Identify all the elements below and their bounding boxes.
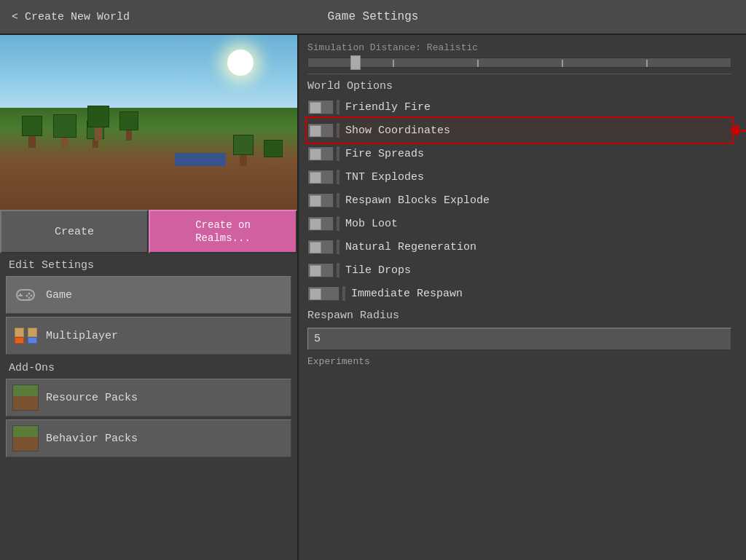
toggle-spacer-3: [337, 146, 339, 161]
arrow-indicator: [729, 124, 746, 137]
fire-spreads-row: Fire Spreads: [307, 142, 731, 165]
natural-regen-label: Natural Regeneration: [345, 241, 476, 253]
toggle-spacer-2: [337, 123, 339, 138]
multiplayer-label: Multiplayer: [46, 330, 118, 342]
natural-regeneration-row: Natural Regeneration: [307, 235, 731, 259]
create-button[interactable]: Create: [0, 210, 149, 253]
toggle-spacer-1: [337, 100, 339, 114]
create-buttons: Create Create on Realms...: [0, 210, 297, 253]
mob-loot-row: Mob Loot: [307, 212, 731, 235]
tnt-explodes-row: TNT Explodes: [307, 165, 731, 189]
left-panel: Create Create on Realms... Edit Settings: [0, 35, 299, 560]
show-coordinates-label: Show Coordinates: [345, 125, 450, 137]
respawn-blocks-explode-label: Respawn Blocks Explode: [345, 194, 490, 207]
show-coordinates-row: Show Coordinates: [307, 119, 731, 142]
sidebar-item-behavior-packs[interactable]: Behavior Packs: [6, 419, 291, 457]
sidebar-item-resource-packs[interactable]: Resource Packs: [6, 379, 291, 417]
fire-spreads-label: Fire Spreads: [345, 148, 424, 160]
slider-thumb[interactable]: [350, 55, 361, 70]
slider-notch-3: [562, 60, 563, 67]
controller-icon: [12, 282, 39, 308]
tile-drops-toggle[interactable]: [307, 263, 334, 277]
behavior-packs-icon: [12, 425, 39, 451]
slider-notch-2: [477, 60, 479, 67]
friendly-fire-row: Friendly Fire: [307, 95, 731, 119]
resource-packs-label: Resource Packs: [46, 392, 138, 404]
immediate-respawn-row: Immediate Respawn: [307, 282, 731, 305]
create-realms-button[interactable]: Create on Realms...: [149, 210, 297, 253]
resource-packs-icon: [12, 384, 39, 411]
experiments-label: Experiments: [307, 353, 731, 370]
partial-simulation-label: Simulation Distance: Realistic: [307, 41, 731, 55]
immediate-respawn-toggle[interactable]: [307, 286, 339, 301]
edit-settings-label: Edit Settings: [0, 253, 297, 275]
sky-bg: [0, 35, 297, 114]
svg-point-5: [26, 295, 28, 297]
tnt-explodes-toggle[interactable]: [307, 170, 334, 184]
arrow-line: [739, 130, 746, 132]
header: < Create New World Game Settings: [0, 0, 746, 35]
tnt-explodes-label: TNT Explodes: [345, 171, 424, 184]
svg-point-6: [28, 297, 31, 299]
world-preview: [0, 35, 297, 210]
respawn-blocks-explode-row: Respawn Blocks Explode: [307, 189, 731, 212]
toggle-spacer-8: [337, 263, 339, 277]
mob-loot-toggle[interactable]: [307, 216, 334, 231]
svg-point-3: [28, 293, 31, 295]
trees-center: [87, 106, 138, 144]
settings-scroll[interactable]: Simulation Distance: Realistic World Opt…: [299, 35, 746, 560]
multiplayer-icon: [12, 323, 39, 349]
svg-rect-2: [18, 295, 23, 296]
fire-spreads-toggle[interactable]: [307, 146, 334, 161]
show-coordinates-toggle[interactable]: [307, 123, 334, 138]
game-label: Game: [46, 289, 72, 301]
toggle-spacer-6: [337, 216, 339, 231]
tile-drops-row: Tile Drops: [307, 259, 731, 282]
back-button[interactable]: < Create New World: [12, 11, 130, 23]
sidebar-item-multiplayer[interactable]: Multiplayer: [6, 317, 291, 355]
toggle-spacer-9: [342, 286, 345, 301]
trees-right: [233, 135, 283, 170]
slider-track[interactable]: [307, 58, 731, 68]
arrow-head: [729, 124, 739, 137]
slider-notch-1: [393, 60, 394, 67]
behavior-packs-label: Behavior Packs: [46, 433, 138, 445]
friendly-fire-toggle[interactable]: [307, 100, 334, 114]
right-panel: Simulation Distance: Realistic World Opt…: [299, 35, 746, 560]
water: [175, 153, 226, 166]
main-content: Create Create on Realms... Edit Settings: [0, 35, 746, 560]
respawn-blocks-toggle[interactable]: [307, 193, 334, 208]
addons-label: Add-Ons: [0, 356, 297, 377]
respawn-radius-header: Respawn Radius: [307, 305, 731, 325]
natural-regen-toggle[interactable]: [307, 240, 334, 254]
world-options-header: World Options: [307, 74, 731, 95]
friendly-fire-label: Friendly Fire: [345, 101, 431, 114]
sun: [227, 50, 254, 76]
mob-loot-label: Mob Loot: [345, 218, 398, 230]
toggle-spacer-5: [337, 193, 339, 208]
toggle-spacer-7: [337, 240, 339, 254]
svg-point-4: [31, 295, 33, 297]
immediate-respawn-label: Immediate Respawn: [351, 288, 463, 300]
tile-drops-label: Tile Drops: [345, 264, 411, 277]
sidebar-item-game[interactable]: Game: [6, 276, 291, 314]
respawn-radius-input[interactable]: [307, 328, 731, 350]
header-title: Game Settings: [328, 10, 419, 23]
toggle-spacer-4: [337, 170, 339, 184]
slider-notch-4: [646, 60, 648, 67]
simulation-slider[interactable]: [307, 58, 731, 68]
